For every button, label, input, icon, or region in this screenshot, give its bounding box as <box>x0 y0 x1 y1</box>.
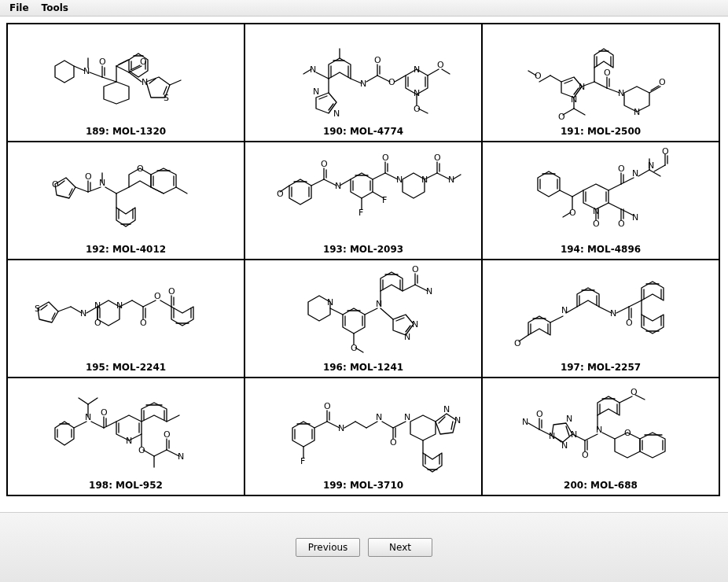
svg-line-330 <box>393 422 406 428</box>
svg-line-25 <box>170 80 181 85</box>
molecule-caption: 200: MOL-688 <box>564 477 638 495</box>
svg-line-374 <box>620 396 632 403</box>
svg-text:N: N <box>404 412 410 422</box>
svg-line-58 <box>442 69 450 74</box>
molecule-cell[interactable]: O N N O 197: MOL <box>482 260 719 378</box>
svg-text:O: O <box>374 55 381 65</box>
svg-line-96 <box>75 187 88 192</box>
svg-line-4 <box>90 72 102 77</box>
molecule-cell[interactable]: O O N F F O N N O <box>245 142 482 260</box>
svg-text:O: O <box>412 264 419 274</box>
menu-tools[interactable]: Tools <box>35 1 75 15</box>
molecule-structure: O O N F F O N N O <box>245 142 481 241</box>
svg-text:S: S <box>35 304 40 314</box>
svg-text:N: N <box>360 79 366 89</box>
svg-line-286 <box>91 422 104 428</box>
svg-marker-131 <box>351 173 373 198</box>
molecule-caption: 190: MOL-4774 <box>323 123 403 141</box>
molecule-caption: 196: MOL-1241 <box>323 359 403 377</box>
svg-text:O: O <box>626 318 633 328</box>
svg-line-139 <box>373 173 385 179</box>
svg-text:O: O <box>434 153 441 163</box>
molecule-structure: N O O N S <box>8 24 244 123</box>
svg-text:O: O <box>277 189 284 199</box>
svg-text:N: N <box>313 87 319 97</box>
svg-text:N: N <box>80 308 86 319</box>
svg-text:O: O <box>514 338 521 348</box>
svg-line-21 <box>129 72 142 82</box>
svg-text:O: O <box>659 77 666 87</box>
svg-text:O: O <box>164 429 171 440</box>
molecule-cell[interactable]: N O NNNN O N O <box>482 378 719 495</box>
svg-marker-332 <box>410 415 436 440</box>
molecule-cell[interactable]: O N O O N O N N O 194 <box>482 142 719 260</box>
svg-text:O: O <box>140 57 147 67</box>
molecule-grid: N O O N S <box>6 23 720 496</box>
molecule-caption: 199: MOL-3710 <box>323 477 403 495</box>
svg-line-117 <box>176 187 187 193</box>
svg-line-322 <box>344 422 355 428</box>
svg-text:O: O <box>624 428 631 438</box>
svg-text:O: O <box>618 219 625 229</box>
svg-marker-190 <box>38 302 58 322</box>
svg-line-205 <box>132 300 143 307</box>
svg-text:F: F <box>300 456 305 466</box>
svg-text:O: O <box>154 291 161 301</box>
svg-text:O: O <box>99 57 106 67</box>
svg-text:N: N <box>94 300 101 311</box>
molecule-cell[interactable]: N O N O O N <box>7 378 245 495</box>
svg-text:N: N <box>376 412 382 422</box>
molecule-cell[interactable]: NN N N O O <box>245 24 482 142</box>
menubar: File Tools <box>0 0 728 17</box>
molecule-structure: O N O O N O N N O <box>483 142 719 241</box>
svg-text:O: O <box>324 401 331 411</box>
svg-text:O: O <box>52 179 59 190</box>
svg-text:N: N <box>396 175 403 185</box>
svg-text:N: N <box>448 175 454 185</box>
svg-text:N: N <box>648 160 654 171</box>
svg-line-8 <box>102 77 116 82</box>
menu-file[interactable]: File <box>3 1 35 15</box>
molecule-cell[interactable]: S N O NN O O O <box>7 260 245 378</box>
svg-line-284 <box>79 398 88 404</box>
molecule-cell[interactable]: N O O N S <box>7 24 245 142</box>
svg-text:O: O <box>593 219 600 229</box>
svg-line-362 <box>602 433 615 439</box>
svg-text:N: N <box>327 297 333 308</box>
svg-text:N: N <box>632 212 638 223</box>
svg-text:O: O <box>558 112 565 121</box>
svg-line-124 <box>311 179 324 186</box>
svg-text:N: N <box>610 308 616 319</box>
svg-line-263 <box>616 307 629 313</box>
svg-line-285 <box>88 398 97 404</box>
svg-line-324 <box>366 422 377 428</box>
molecule-structure: NN N N O O <box>245 24 481 123</box>
svg-line-242 <box>381 308 393 319</box>
svg-text:O: O <box>662 146 669 157</box>
molecule-cell[interactable]: NN O O O N <box>482 24 719 142</box>
svg-text:N: N <box>414 64 420 75</box>
molecule-structure: N O NNNN O N O <box>483 378 719 477</box>
svg-line-360 <box>585 434 597 440</box>
content-area: N O O N S <box>0 17 728 503</box>
svg-line-67 <box>550 76 561 82</box>
svg-marker-364 <box>640 433 665 458</box>
next-button[interactable]: Next <box>368 538 432 557</box>
molecule-cell[interactable]: N O N O N NN <box>245 260 482 378</box>
molecule-caption: 197: MOL-2257 <box>561 359 641 377</box>
svg-text:O: O <box>535 71 542 81</box>
svg-marker-9 <box>104 82 129 104</box>
molecule-structure: F O N N O N NN <box>245 378 481 477</box>
previous-button[interactable]: Previous <box>296 538 360 557</box>
svg-marker-120 <box>289 179 311 204</box>
svg-line-344 <box>528 423 539 429</box>
svg-line-109 <box>116 187 129 193</box>
svg-line-103 <box>105 187 116 193</box>
svg-line-229 <box>365 308 377 315</box>
molecule-cell[interactable]: F O N N O N NN <box>245 378 482 495</box>
svg-text:O: O <box>140 318 147 328</box>
svg-text:S: S <box>164 93 169 103</box>
molecule-caption: 189: MOL-1320 <box>86 123 166 141</box>
svg-line-182 <box>638 170 649 176</box>
molecule-cell[interactable]: O O N O <box>7 142 245 260</box>
